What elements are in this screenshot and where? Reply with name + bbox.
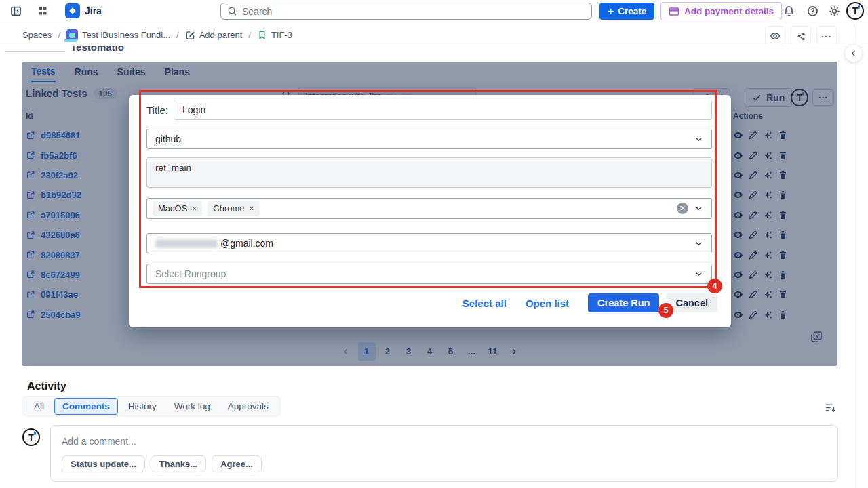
add-payment-details-button[interactable]: Add payment details: [660, 2, 782, 20]
clear-all-icon[interactable]: ✕: [677, 203, 688, 214]
global-search[interactable]: [220, 3, 592, 20]
remove-chip-icon[interactable]: ×: [250, 205, 254, 213]
create-run-button[interactable]: Create Run: [588, 293, 659, 312]
search-input[interactable]: [242, 6, 585, 17]
search-icon: [227, 6, 237, 16]
panel-title-clipped: Testomatio: [71, 46, 165, 56]
share-icon: [796, 31, 806, 41]
quick-replies: Status update... Thanks... Agree...: [62, 455, 262, 472]
notifications-button[interactable]: [780, 2, 797, 20]
user-avatar[interactable]: T: [846, 2, 864, 20]
edit-icon: [185, 30, 195, 40]
env-chip: MacOS×: [153, 201, 202, 216]
breadcrumb-project[interactable]: Test iBusiness Fundi...: [66, 29, 170, 41]
rungroup-select[interactable]: Select Rungroup: [146, 264, 712, 284]
avatar-accent: [858, 5, 860, 9]
filter-all[interactable]: All: [26, 399, 52, 414]
breadcrumb-separator: /: [58, 30, 60, 40]
ref-textarea[interactable]: ref=main: [146, 157, 712, 188]
breadcrumb-spaces[interactable]: Spaces: [22, 30, 52, 40]
credit-card-icon: [669, 6, 679, 17]
open-list-link[interactable]: Open list: [526, 298, 569, 309]
run-title-input[interactable]: [174, 100, 712, 120]
more-actions-button[interactable]: ···: [816, 26, 837, 45]
settings-button[interactable]: [825, 2, 843, 20]
bell-icon: [783, 5, 795, 17]
app-title: Jira: [85, 5, 102, 16]
activity-filters: All Comments History Work log Approvals: [22, 396, 281, 416]
comment-box[interactable]: Add a comment... Status update... Thanks…: [50, 425, 838, 482]
filter-worklog[interactable]: Work log: [167, 399, 218, 414]
chevron-left-icon: [849, 49, 858, 58]
watch-button[interactable]: [765, 26, 785, 45]
page: Jira + Create Add payment details T Spac…: [0, 0, 868, 488]
assignee-select[interactable]: @gmail.com: [146, 233, 712, 253]
app-grid-icon: [37, 5, 48, 16]
chevron-down-icon: [694, 270, 703, 279]
avatar-accent: [34, 432, 36, 435]
quick-reply-thanks[interactable]: Thanks...: [151, 455, 206, 472]
create-run-modal: Title: github ref=main MacOS× Chrome× ✕ …: [129, 95, 731, 327]
top-nav: Jira + Create Add payment details T: [0, 0, 868, 22]
redacted-email: [155, 239, 218, 248]
sidebar-toggle-button[interactable]: [7, 2, 24, 20]
annotation-badge-5: 5: [658, 303, 673, 318]
app-switcher-button[interactable]: [34, 2, 52, 20]
env-chip: Chrome×: [208, 201, 259, 216]
jira-mark-icon: [67, 5, 78, 16]
filter-history[interactable]: History: [121, 399, 164, 414]
repo-select[interactable]: github: [146, 129, 712, 149]
help-button[interactable]: [804, 2, 821, 20]
filter-comments[interactable]: Comments: [54, 398, 118, 415]
filter-approvals[interactable]: Approvals: [220, 399, 276, 414]
chevron-down-icon: [694, 135, 703, 144]
breadcrumb-separator: /: [176, 30, 179, 40]
divider-line: [5, 51, 65, 52]
panel-toggle-icon: [10, 5, 22, 17]
chevron-down-icon: [694, 204, 703, 213]
comment-user-avatar: T: [22, 428, 40, 446]
right-divider: [854, 24, 854, 488]
remove-chip-icon[interactable]: ×: [192, 205, 197, 213]
quick-reply-status[interactable]: Status update...: [62, 455, 145, 472]
chevron-down-icon: [694, 239, 703, 248]
bookmark-icon: [257, 30, 267, 40]
breadcrumb-issue-key[interactable]: TIF-3: [257, 30, 292, 40]
breadcrumb-separator: /: [248, 30, 251, 40]
gear-icon: [829, 5, 840, 17]
plus-icon: +: [608, 5, 614, 18]
cancel-button[interactable]: Cancel: [666, 293, 717, 312]
jira-logo[interactable]: [65, 3, 80, 18]
watch-eye-icon: [770, 30, 781, 41]
select-all-link[interactable]: Select all: [462, 298, 507, 309]
activity-heading: Activity: [27, 380, 66, 392]
page-actions: ···: [765, 26, 837, 45]
sort-order-icon[interactable]: [825, 402, 836, 413]
comment-placeholder[interactable]: Add a comment...: [62, 436, 136, 447]
breadcrumb-add-parent[interactable]: Add parent: [185, 30, 243, 40]
title-label: Title:: [146, 104, 168, 116]
share-button[interactable]: [791, 26, 811, 45]
breadcrumb: Spaces / Test iBusiness Fundi... / Add p…: [0, 23, 868, 47]
create-button[interactable]: + Create: [599, 3, 654, 20]
quick-reply-agree[interactable]: Agree...: [212, 455, 262, 472]
modal-footer: Select all Open list Create Run Cancel: [462, 293, 717, 312]
collapse-panel-button[interactable]: [845, 45, 862, 62]
ellipsis-icon: ···: [821, 31, 832, 41]
help-icon: [807, 5, 818, 17]
annotation-badge-4: 4: [707, 279, 722, 293]
app-icon-fragment: [64, 39, 77, 42]
env-multiselect[interactable]: MacOS× Chrome× ✕: [146, 198, 712, 219]
